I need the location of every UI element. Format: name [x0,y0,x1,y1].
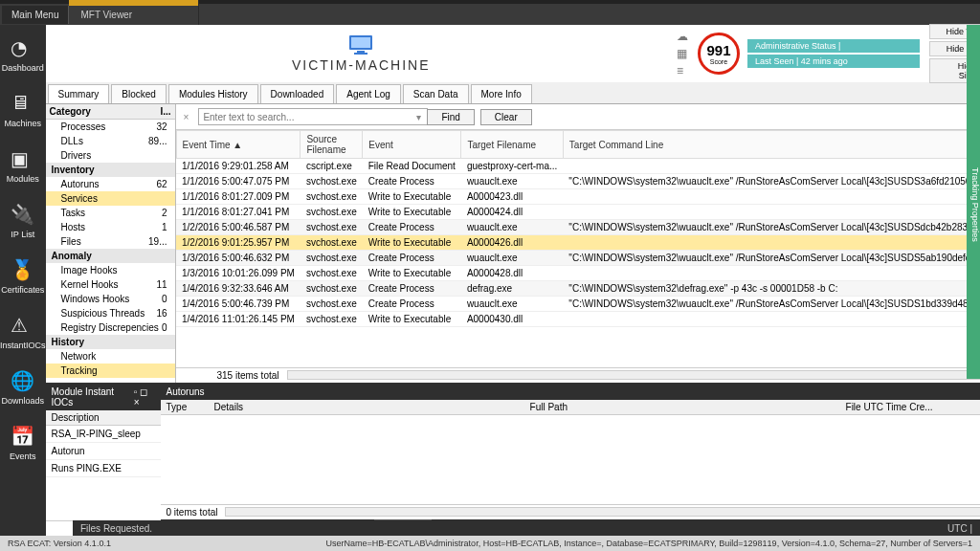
header-small-icons: ☁ ▦ ≡ [677,30,688,77]
modules-icon: ▣ [11,147,35,170]
svg-rect-1 [351,37,370,48]
events-icon: 📅 [11,425,35,448]
category-item[interactable]: Autoruns62 [46,177,175,191]
panel-controls[interactable]: ▫ ◻ × [134,386,155,408]
sidebar-item-modules[interactable]: ▣Modules [7,147,39,184]
column-header[interactable]: Event [363,131,461,159]
machine-title: VICTIM-MACHINE [292,57,431,73]
list-item[interactable]: Autorun [46,443,161,460]
table-row[interactable]: 1/4/2016 5:00:46.739 PMsvchost.exeCreate… [176,297,980,312]
sidebar-item-events[interactable]: 📅Events [10,425,36,461]
list-item[interactable]: RSA_IR-PING_sleep [46,426,161,443]
machine-header: VICTIM-MACHINE ☁ ▦ ≡ 991 Score Administr… [46,25,980,82]
window-tab[interactable]: MFT Viewer [69,6,199,24]
category-item[interactable]: Services [46,191,175,206]
category-item[interactable]: Tracking [46,364,175,378]
main-menu-button[interactable]: Main Menu [2,6,69,24]
category-item[interactable]: Tasks2 [46,206,175,220]
grid-icon: ▦ [677,47,688,60]
alert-icon: ⚠ [11,314,35,337]
column-header[interactable]: Details [209,400,524,414]
module-ioc-panel: Module Instant IOCs▫ ◻ × Description RSA… [46,384,161,536]
subtab[interactable]: Scan Data [403,84,469,103]
search-input[interactable] [198,108,428,125]
bars-icon: ≡ [677,64,688,77]
search-dropdown-icon[interactable]: ▾ [416,112,421,122]
clear-button[interactable]: Clear [480,109,532,125]
subtab[interactable]: Modules History [168,84,258,103]
table-row[interactable]: 1/2/2016 5:00:46.587 PMsvchost.exeCreate… [176,220,980,235]
svg-rect-3 [354,53,368,55]
sidebar-item-machines[interactable]: 🖥Machines [5,92,42,128]
events-grid[interactable]: Event Time ▲Source FilenameEventTarget F… [176,130,980,367]
machines-icon: 🖥 [11,92,35,115]
download-icon: 🌐 [11,369,35,392]
admin-status: Administrative Status | [747,39,920,53]
sidebar-item-instantiocs[interactable]: ⚠InstantIOCs [0,314,46,350]
subtab[interactable]: Agent Log [336,84,401,103]
version-bar: RSA ECAT: Version 4.1.0.1 UserName=HB-EC… [0,536,980,551]
horizontal-scrollbar[interactable] [225,507,980,517]
sidebar-item-certificates[interactable]: 🏅Certificates [1,258,44,295]
column-header[interactable]: File UTC Time Cre... [840,400,946,414]
tracking-properties-rail[interactable]: Tracking Properties [967,25,980,379]
close-icon[interactable]: × [182,0,187,1]
table-row[interactable]: 1/3/2016 5:00:46.632 PMsvchost.exeCreate… [176,251,980,266]
cloud-icon: ☁ [677,30,688,43]
column-header[interactable]: Target Filename [461,131,563,159]
certs-icon: 🏅 [11,258,35,281]
table-row[interactable]: 1/3/2016 10:01:26.099 PMsvchost.exeWrite… [176,266,980,281]
table-row[interactable]: 1/4/2016 9:32:33.646 AMsvchost.exeCreate… [176,281,980,297]
category-item[interactable]: Files19... [46,234,175,249]
nav-sidebar: ◔Dashboard🖥Machines▣Modules🔌IP List🏅Cert… [0,25,46,536]
column-header[interactable]: Target Command Line [563,131,980,159]
category-item[interactable]: Windows Hooks0 [46,292,175,306]
clear-search-icon[interactable]: × [180,112,193,122]
category-item[interactable]: Drivers [46,148,175,163]
sidebar-item-dashboard[interactable]: ◔Dashboard [2,36,44,73]
horizontal-scrollbar[interactable] [287,370,980,380]
category-item[interactable]: Kernel Hooks11 [46,277,175,292]
category-item[interactable]: Image Hooks [46,263,175,277]
grid-total: 315 items total [184,370,279,381]
table-row[interactable]: 1/1/2016 5:00:47.075 PMsvchost.exeCreate… [176,174,980,189]
score-gauge: 991 Score [698,33,740,75]
table-row[interactable]: 1/4/2016 11:01:26.145 PMsvchost.exeWrite… [176,312,980,327]
table-row[interactable]: 1/1/2016 8:01:27.009 PMsvchost.exeWrite … [176,189,980,205]
column-header[interactable]: Type [161,400,209,414]
table-row[interactable]: 1/1/2016 9:29:01.258 AMcscript.exeFile R… [176,159,980,174]
window-tabstrip: Main Menu 🖥VICTIM-MACHINE×MFT ViewerInst… [0,4,980,25]
monitor-icon [347,34,374,57]
iplist-icon: 🔌 [11,203,35,226]
subtab[interactable]: Blocked [111,84,167,103]
category-item: Anomaly [46,249,175,263]
monitor-icon: 🖥 [80,0,90,2]
category-item[interactable]: Suspicious Threads16 [46,306,175,320]
category-item: History [46,335,175,349]
list-item[interactable]: Runs PING.EXE [46,460,161,477]
last-seen: Last Seen | 42 mins ago [747,55,920,68]
autoruns-panel: Autoruns⇲ ◻ × TypeDetailsFull PathFile U… [161,384,980,536]
table-row[interactable]: 1/1/2016 8:01:27.041 PMsvchost.exeWrite … [176,205,980,220]
table-row[interactable]: 1/2/2016 9:01:25.957 PMsvchost.exeWrite … [176,235,980,251]
subtab[interactable]: Summary [48,84,110,103]
category-item: Inventory [46,163,175,177]
category-panel: CategoryI... Processes32DLLs89...Drivers… [46,104,176,383]
category-item[interactable]: Processes32 [46,120,175,134]
category-item[interactable]: Registry Discrepencies0 [46,320,175,335]
svg-rect-2 [357,51,365,53]
sidebar-item-ip list[interactable]: 🔌IP List [11,203,35,239]
sidebar-item-downloads[interactable]: 🌐Downloads [2,369,45,406]
column-header[interactable]: Event Time ▲ [176,131,301,159]
find-button[interactable]: Find [427,109,474,125]
category-item[interactable]: Network [46,349,175,364]
status-bar: Files Requested. UTC | [73,520,980,536]
subtab[interactable]: Downloaded [260,84,335,103]
subtab[interactable]: More Info [471,84,532,103]
column-header[interactable]: Source Filename [301,131,363,159]
dashboard-icon: ◔ [11,36,35,59]
detail-tabs: SummaryBlockedModules HistoryDownloadedA… [46,82,980,104]
category-item[interactable]: Hosts1 [46,220,175,234]
category-item[interactable]: DLLs89... [46,134,175,148]
column-header[interactable]: Full Path [524,400,840,414]
